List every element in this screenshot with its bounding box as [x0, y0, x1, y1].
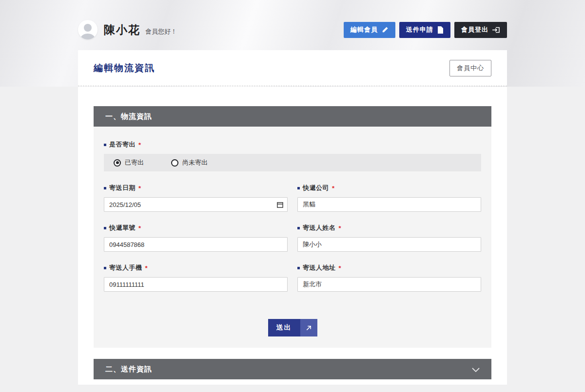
member-center-button[interactable]: 會員中心 [449, 60, 491, 76]
document-icon [437, 26, 444, 34]
label-bullet [104, 227, 106, 229]
field-sender-address: 寄送人地址 * [297, 263, 481, 292]
avatar [78, 20, 98, 39]
submit-application-button[interactable]: 送件申請 [399, 22, 450, 38]
tracking-number-input[interactable] [104, 237, 288, 252]
logout-button[interactable]: 會員登出 [454, 22, 507, 38]
logistics-form: 是否寄出 * 已寄出 尚未寄出 寄送日期 * [94, 127, 491, 348]
radio-icon[interactable] [171, 159, 178, 167]
user-name: 陳小花 [104, 22, 140, 37]
submit-button[interactable]: 送出 [268, 319, 317, 336]
user-topbar: 陳小花 會員您好！ 編輯會員 送件申請 會員登出 [78, 20, 507, 39]
shipped-radio-group: 已寄出 尚未寄出 [104, 154, 481, 171]
label-bullet [297, 187, 300, 189]
label-bullet [104, 144, 106, 146]
label-bullet [104, 187, 106, 189]
radio-option-shipped[interactable]: 已寄出 [114, 158, 144, 167]
label-bullet [297, 227, 300, 229]
radio-option-not-shipped[interactable]: 尚未寄出 [171, 158, 208, 167]
field-courier-company: 快遞公司 * [297, 184, 481, 212]
section-header-delivery[interactable]: 二、送件資訊 [94, 359, 491, 379]
main-content-card: 一、物流資訊 是否寄出 * 已寄出 尚未寄出 寄送日期 * [78, 87, 507, 385]
edit-member-button[interactable]: 編輯會員 [344, 22, 395, 38]
required-mark: * [138, 141, 141, 149]
label-bullet [104, 267, 106, 269]
sender-name-input[interactable] [297, 237, 481, 252]
field-sender-phone: 寄送人手機 * [104, 263, 288, 292]
section-header-logistics: 一、物流資訊 [94, 106, 491, 127]
field-ship-date: 寄送日期 * [104, 184, 288, 212]
ship-date-input[interactable] [104, 197, 288, 212]
section-title: 二、送件資訊 [105, 365, 152, 374]
label-bullet [297, 267, 300, 269]
arrow-up-right-icon [300, 319, 317, 336]
field-sender-name: 寄送人姓名 * [297, 224, 481, 252]
courier-company-input[interactable] [297, 197, 481, 212]
sender-address-input[interactable] [297, 277, 481, 292]
chevron-down-icon[interactable] [472, 365, 480, 373]
sender-phone-input[interactable] [104, 277, 288, 292]
logout-icon [492, 26, 500, 34]
page-title-card: 編輯物流資訊 會員中心 [78, 50, 507, 86]
page-title: 編輯物流資訊 [94, 62, 155, 75]
avatar-person-icon [84, 24, 92, 32]
shipped-status-label: 是否寄出 * [104, 140, 481, 149]
section-title: 一、物流資訊 [105, 112, 152, 121]
field-tracking-number: 快遞單號 * [104, 224, 288, 252]
pencil-icon [382, 26, 389, 33]
radio-icon[interactable] [114, 159, 121, 167]
greeting-text: 會員您好！ [145, 27, 177, 36]
